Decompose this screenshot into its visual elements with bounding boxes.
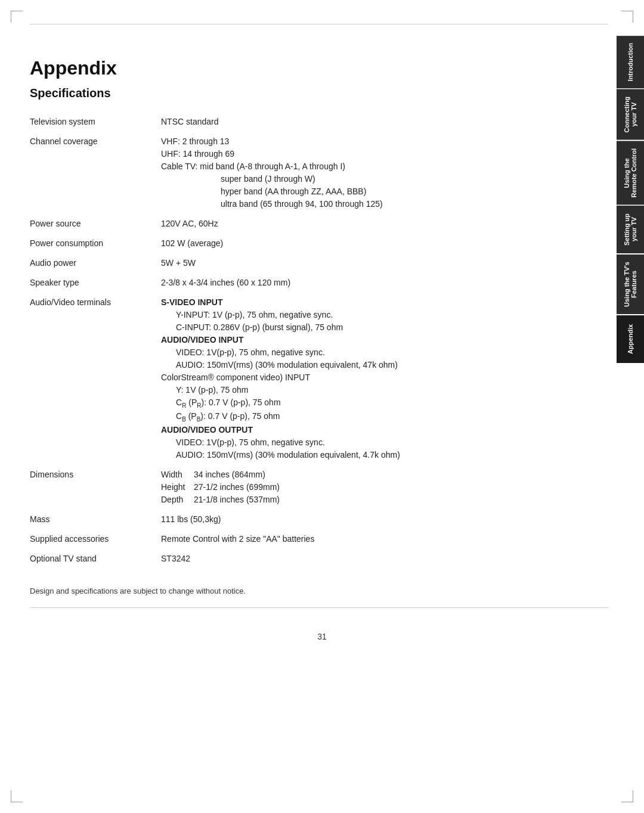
spec-row-av-terminals: Audio/Video terminals S-VIDEO INPUT Y-IN… (30, 293, 608, 465)
spec-row-optional-stand: Optional TV stand ST3242 (30, 549, 608, 569)
spec-row-mass: Mass 111 lbs (50,3kg) (30, 510, 608, 529)
spec-value-dimensions: Width34 inches (864mm) Height27-1/2 inch… (161, 465, 608, 510)
spec-label-power-source: Power source (30, 214, 161, 234)
spec-row-speaker: Speaker type 2-3/8 x 4-3/4 inches (60 x … (30, 273, 608, 293)
spec-value-channel: VHF: 2 through 13 UHF: 14 through 69 Cab… (161, 132, 608, 214)
spec-value-audio-power: 5W + 5W (161, 253, 608, 273)
spec-value-television: NTSC standard (161, 112, 608, 132)
spec-label-television: Television system (30, 112, 161, 132)
spec-value-accessories: Remote Control with 2 size "AA" batterie… (161, 529, 608, 549)
sidebar-tab-appendix[interactable]: Appendix (617, 315, 644, 363)
specs-table: Television system NTSC standard Channel … (30, 112, 608, 569)
section-title: Specifications (30, 86, 608, 100)
corner-mark-tr (621, 11, 633, 23)
sidebar-tab-setting[interactable]: Setting upyour TV (617, 206, 644, 253)
sidebar-tab-connecting[interactable]: Connectingyour TV (617, 89, 644, 140)
corner-mark-tl (11, 11, 23, 23)
spec-label-av-terminals: Audio/Video terminals (30, 293, 161, 465)
spec-value-power-consumption: 102 W (average) (161, 234, 608, 253)
spec-value-power-source: 120V AC, 60Hz (161, 214, 608, 234)
spec-row-accessories: Supplied accessories Remote Control with… (30, 529, 608, 549)
spec-value-optional-stand: ST3242 (161, 549, 608, 569)
spec-value-av-terminals: S-VIDEO INPUT Y-INPUT: 1V (p-p), 75 ohm,… (161, 293, 608, 465)
spec-row-dimensions: Dimensions Width34 inches (864mm) Height… (30, 465, 608, 510)
corner-mark-bl (11, 790, 23, 802)
spec-label-power-consumption: Power consumption (30, 234, 161, 253)
spec-label-mass: Mass (30, 510, 161, 529)
spec-label-speaker: Speaker type (30, 273, 161, 293)
spec-row-television: Television system NTSC standard (30, 112, 608, 132)
spec-label-optional-stand: Optional TV stand (30, 549, 161, 569)
page-container: Introduction Connectingyour TV Using the… (0, 0, 644, 813)
spec-row-audio-power: Audio power 5W + 5W (30, 253, 608, 273)
spec-row-channel: Channel coverage VHF: 2 through 13 UHF: … (30, 132, 608, 214)
footnote: Design and specifications are subject to… (30, 587, 608, 595)
page-number: 31 (0, 632, 644, 641)
spec-value-mass: 111 lbs (50,3kg) (161, 510, 608, 529)
page-title: Appendix (30, 57, 608, 79)
sidebar-tab-introduction[interactable]: Introduction (617, 36, 644, 88)
main-content: Appendix Specifications Television syste… (30, 24, 608, 595)
spec-label-dimensions: Dimensions (30, 465, 161, 510)
sidebar-tab-features[interactable]: Using the TV'sFeatures (617, 255, 644, 314)
sidebar-tabs: Introduction Connectingyour TV Using the… (617, 36, 644, 363)
spec-value-speaker: 2-3/8 x 4-3/4 inches (60 x 120 mm) (161, 273, 608, 293)
spec-row-power-source: Power source 120V AC, 60Hz (30, 214, 608, 234)
bottom-divider (30, 607, 608, 608)
spec-label-channel: Channel coverage (30, 132, 161, 214)
sidebar-tab-remote[interactable]: Using theRemote Control (617, 141, 644, 205)
spec-row-power-consumption: Power consumption 102 W (average) (30, 234, 608, 253)
spec-label-accessories: Supplied accessories (30, 529, 161, 549)
spec-label-audio-power: Audio power (30, 253, 161, 273)
corner-mark-br (621, 790, 633, 802)
